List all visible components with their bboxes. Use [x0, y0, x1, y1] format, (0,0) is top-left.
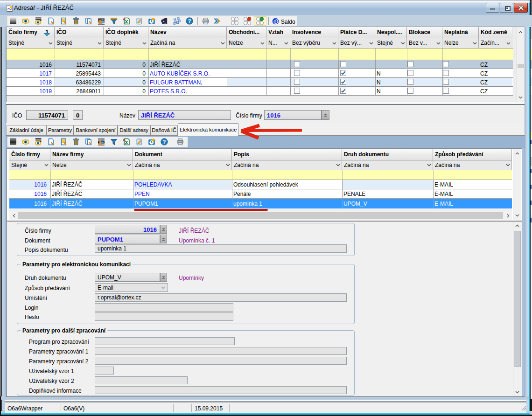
- svg-text:?: ?: [162, 139, 166, 145]
- svg-text:?: ?: [188, 18, 191, 24]
